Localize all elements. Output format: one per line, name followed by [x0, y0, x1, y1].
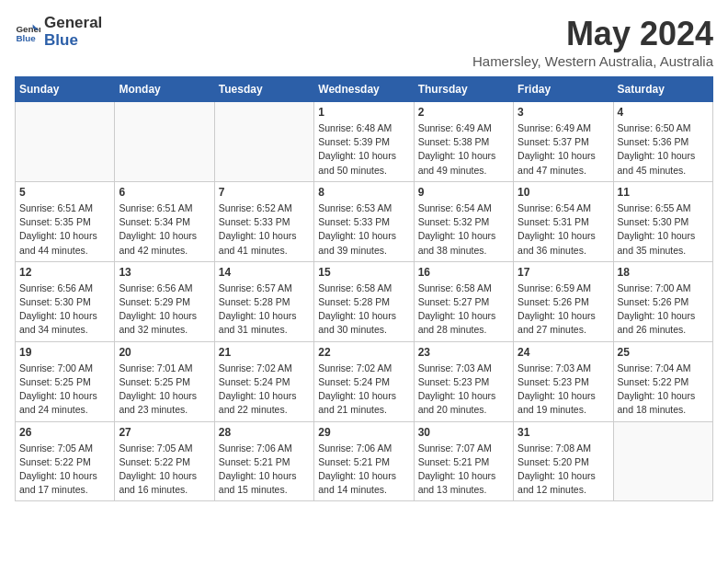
- calendar-day-cell: 1Sunrise: 6:48 AMSunset: 5:39 PMDaylight…: [314, 102, 414, 182]
- calendar-day-cell: 13Sunrise: 6:56 AMSunset: 5:29 PMDayligh…: [115, 261, 214, 341]
- day-info: Sunrise: 7:03 AMSunset: 5:23 PMDaylight:…: [518, 362, 609, 418]
- logo: General Blue General Blue: [15, 15, 102, 49]
- day-number: 18: [618, 266, 709, 279]
- calendar-day-cell: 5Sunrise: 6:51 AMSunset: 5:35 PMDaylight…: [16, 181, 115, 261]
- calendar-day-cell: 25Sunrise: 7:04 AMSunset: 5:22 PMDayligh…: [613, 341, 712, 421]
- logo-general: General: [44, 15, 102, 32]
- calendar-day-cell: 7Sunrise: 6:52 AMSunset: 5:33 PMDaylight…: [214, 181, 313, 261]
- day-info: Sunrise: 7:05 AMSunset: 5:22 PMDaylight:…: [19, 442, 110, 498]
- day-number: 24: [518, 346, 609, 359]
- day-number: 20: [119, 346, 210, 359]
- day-number: 4: [618, 106, 709, 119]
- logo-blue: Blue: [44, 32, 102, 50]
- calendar-day-cell: 28Sunrise: 7:06 AMSunset: 5:21 PMDayligh…: [214, 421, 313, 501]
- day-info: Sunrise: 6:59 AMSunset: 5:26 PMDaylight:…: [518, 282, 609, 338]
- day-number: 5: [19, 186, 110, 199]
- weekday-header-saturday: Saturday: [613, 77, 712, 102]
- calendar-day-cell: [214, 102, 313, 182]
- day-info: Sunrise: 6:58 AMSunset: 5:27 PMDaylight:…: [418, 282, 509, 338]
- calendar-day-cell: 3Sunrise: 6:49 AMSunset: 5:37 PMDaylight…: [514, 102, 613, 182]
- day-info: Sunrise: 7:08 AMSunset: 5:20 PMDaylight:…: [518, 442, 609, 498]
- calendar-day-cell: 2Sunrise: 6:49 AMSunset: 5:38 PMDaylight…: [414, 102, 513, 182]
- title-block: May 2024 Hamersley, Western Australia, A…: [472, 15, 713, 69]
- day-info: Sunrise: 6:54 AMSunset: 5:31 PMDaylight:…: [518, 201, 609, 258]
- calendar-day-cell: 20Sunrise: 7:01 AMSunset: 5:25 PMDayligh…: [115, 341, 214, 421]
- calendar-day-cell: 31Sunrise: 7:08 AMSunset: 5:20 PMDayligh…: [514, 421, 613, 501]
- day-number: 8: [318, 186, 409, 199]
- day-number: 7: [219, 186, 310, 199]
- day-info: Sunrise: 6:52 AMSunset: 5:33 PMDaylight:…: [219, 201, 310, 258]
- weekday-header-monday: Monday: [115, 77, 214, 102]
- weekday-header-wednesday: Wednesday: [314, 77, 414, 102]
- calendar-day-cell: 6Sunrise: 6:51 AMSunset: 5:34 PMDaylight…: [115, 181, 214, 261]
- calendar-day-cell: 26Sunrise: 7:05 AMSunset: 5:22 PMDayligh…: [16, 421, 115, 501]
- day-info: Sunrise: 6:56 AMSunset: 5:29 PMDaylight:…: [119, 282, 210, 338]
- weekday-header-thursday: Thursday: [414, 77, 513, 102]
- day-info: Sunrise: 7:05 AMSunset: 5:22 PMDaylight:…: [119, 442, 210, 498]
- day-info: Sunrise: 7:06 AMSunset: 5:21 PMDaylight:…: [219, 442, 310, 498]
- calendar-day-cell: 12Sunrise: 6:56 AMSunset: 5:30 PMDayligh…: [16, 261, 115, 341]
- day-number: 28: [219, 426, 310, 439]
- calendar-day-cell: [115, 102, 214, 182]
- day-number: 10: [518, 186, 609, 199]
- page-header: General Blue General Blue May 2024 Hamer…: [15, 15, 713, 69]
- calendar-day-cell: [16, 102, 115, 182]
- calendar-day-cell: 29Sunrise: 7:06 AMSunset: 5:21 PMDayligh…: [314, 421, 414, 501]
- day-number: 22: [318, 346, 409, 359]
- day-info: Sunrise: 7:00 AMSunset: 5:25 PMDaylight:…: [19, 362, 110, 418]
- day-number: 30: [418, 426, 509, 439]
- calendar-day-cell: 23Sunrise: 7:03 AMSunset: 5:23 PMDayligh…: [414, 341, 513, 421]
- day-info: Sunrise: 7:07 AMSunset: 5:21 PMDaylight:…: [418, 442, 509, 498]
- calendar-day-cell: 9Sunrise: 6:54 AMSunset: 5:32 PMDaylight…: [414, 181, 513, 261]
- day-info: Sunrise: 6:58 AMSunset: 5:28 PMDaylight:…: [318, 282, 409, 338]
- day-number: 23: [418, 346, 509, 359]
- day-info: Sunrise: 6:55 AMSunset: 5:30 PMDaylight:…: [618, 201, 709, 258]
- svg-text:Blue: Blue: [16, 32, 36, 42]
- day-number: 11: [618, 186, 709, 199]
- day-number: 27: [119, 426, 210, 439]
- day-number: 12: [19, 266, 110, 279]
- calendar-day-cell: 8Sunrise: 6:53 AMSunset: 5:33 PMDaylight…: [314, 181, 414, 261]
- calendar-day-cell: 30Sunrise: 7:07 AMSunset: 5:21 PMDayligh…: [414, 421, 513, 501]
- day-number: 1: [318, 106, 409, 119]
- calendar-day-cell: 11Sunrise: 6:55 AMSunset: 5:30 PMDayligh…: [613, 181, 712, 261]
- day-info: Sunrise: 6:53 AMSunset: 5:33 PMDaylight:…: [318, 201, 409, 258]
- day-info: Sunrise: 7:01 AMSunset: 5:25 PMDaylight:…: [119, 362, 210, 418]
- calendar-day-cell: 27Sunrise: 7:05 AMSunset: 5:22 PMDayligh…: [115, 421, 214, 501]
- day-info: Sunrise: 6:51 AMSunset: 5:34 PMDaylight:…: [119, 201, 210, 258]
- calendar-day-cell: 15Sunrise: 6:58 AMSunset: 5:28 PMDayligh…: [314, 261, 414, 341]
- day-number: 9: [418, 186, 509, 199]
- day-number: 6: [119, 186, 210, 199]
- weekday-header-row: SundayMondayTuesdayWednesdayThursdayFrid…: [16, 77, 713, 102]
- day-info: Sunrise: 6:49 AMSunset: 5:38 PMDaylight:…: [418, 121, 509, 178]
- day-info: Sunrise: 7:00 AMSunset: 5:26 PMDaylight:…: [618, 282, 709, 338]
- weekday-header-friday: Friday: [514, 77, 613, 102]
- day-info: Sunrise: 6:57 AMSunset: 5:28 PMDaylight:…: [219, 282, 310, 338]
- weekday-header-sunday: Sunday: [16, 77, 115, 102]
- calendar-week-row: 19Sunrise: 7:00 AMSunset: 5:25 PMDayligh…: [16, 341, 713, 421]
- calendar-day-cell: 14Sunrise: 6:57 AMSunset: 5:28 PMDayligh…: [214, 261, 313, 341]
- day-info: Sunrise: 7:03 AMSunset: 5:23 PMDaylight:…: [418, 362, 509, 418]
- calendar-day-cell: 4Sunrise: 6:50 AMSunset: 5:36 PMDaylight…: [613, 102, 712, 182]
- calendar-day-cell: 19Sunrise: 7:00 AMSunset: 5:25 PMDayligh…: [16, 341, 115, 421]
- day-number: 2: [418, 106, 509, 119]
- day-number: 29: [318, 426, 409, 439]
- day-number: 21: [219, 346, 310, 359]
- day-info: Sunrise: 7:02 AMSunset: 5:24 PMDaylight:…: [219, 362, 310, 418]
- calendar-day-cell: 21Sunrise: 7:02 AMSunset: 5:24 PMDayligh…: [214, 341, 313, 421]
- day-info: Sunrise: 6:54 AMSunset: 5:32 PMDaylight:…: [418, 201, 509, 258]
- calendar-week-row: 1Sunrise: 6:48 AMSunset: 5:39 PMDaylight…: [16, 102, 713, 182]
- day-info: Sunrise: 6:51 AMSunset: 5:35 PMDaylight:…: [19, 201, 110, 258]
- calendar-table: SundayMondayTuesdayWednesdayThursdayFrid…: [15, 76, 713, 501]
- day-number: 19: [19, 346, 110, 359]
- day-info: Sunrise: 7:06 AMSunset: 5:21 PMDaylight:…: [318, 442, 409, 498]
- calendar-title: May 2024: [472, 15, 713, 53]
- day-info: Sunrise: 6:56 AMSunset: 5:30 PMDaylight:…: [19, 282, 110, 338]
- calendar-day-cell: [613, 421, 712, 501]
- calendar-week-row: 5Sunrise: 6:51 AMSunset: 5:35 PMDaylight…: [16, 181, 713, 261]
- day-info: Sunrise: 6:50 AMSunset: 5:36 PMDaylight:…: [618, 121, 709, 178]
- calendar-day-cell: 17Sunrise: 6:59 AMSunset: 5:26 PMDayligh…: [514, 261, 613, 341]
- calendar-day-cell: 24Sunrise: 7:03 AMSunset: 5:23 PMDayligh…: [514, 341, 613, 421]
- day-info: Sunrise: 6:49 AMSunset: 5:37 PMDaylight:…: [518, 121, 609, 178]
- day-info: Sunrise: 7:04 AMSunset: 5:22 PMDaylight:…: [618, 362, 709, 418]
